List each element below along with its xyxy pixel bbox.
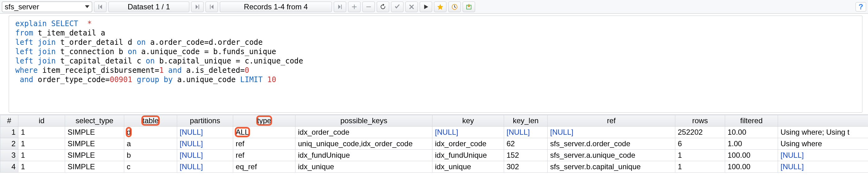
- cell-select_type[interactable]: SIMPLE: [65, 150, 124, 161]
- plus-icon: [351, 3, 358, 10]
- cell-ref[interactable]: sfs_server.d.order_code: [548, 138, 675, 150]
- cell-extra[interactable]: [NULL]: [778, 150, 868, 161]
- cell-possible_keys[interactable]: idx_unique: [296, 161, 432, 173]
- records-first-button[interactable]: [206, 2, 218, 12]
- dataset-first-button[interactable]: [94, 2, 106, 12]
- table-row[interactable]: 11SIMPLEd[NULL]ALLidx_order_code[NULL][N…: [0, 127, 868, 138]
- col-header-id[interactable]: id: [19, 115, 65, 127]
- col-header-rows[interactable]: rows: [675, 115, 725, 127]
- table-row[interactable]: 31SIMPLEb[NULL]refidx_fundUniqueidx_fund…: [0, 150, 868, 161]
- cell-ref[interactable]: [NULL]: [548, 127, 675, 138]
- cell-type[interactable]: ref: [233, 150, 296, 161]
- cell-possible_keys[interactable]: idx_fundUnique: [296, 150, 432, 161]
- col-header-table[interactable]: table: [124, 115, 177, 127]
- cell-partitions[interactable]: [NULL]: [177, 138, 233, 150]
- cell-rows[interactable]: 1: [675, 150, 725, 161]
- records-last-button[interactable]: [334, 2, 346, 12]
- add-row-button[interactable]: [348, 2, 361, 12]
- refresh-icon: [379, 3, 386, 10]
- cell-filtered[interactable]: 100.00: [725, 161, 778, 173]
- cell-possible_keys[interactable]: idx_order_code: [296, 127, 432, 138]
- dataset-status[interactable]: Dataset 1 / 1: [108, 2, 189, 12]
- table-header-row: #idselect_typetablepartitionstypepossibl…: [0, 115, 868, 127]
- cell-filtered[interactable]: 10.00: [725, 127, 778, 138]
- help-button[interactable]: ?: [856, 2, 866, 11]
- col-header-key[interactable]: key: [432, 115, 504, 127]
- check-icon: [394, 3, 401, 10]
- help-icon: ?: [859, 2, 863, 11]
- cell-type[interactable]: ref: [233, 138, 296, 150]
- remove-row-button[interactable]: [362, 2, 375, 12]
- cell-select_type[interactable]: SIMPLE: [65, 161, 124, 173]
- cell-extra[interactable]: Using where: [778, 138, 868, 150]
- col-header-key_len[interactable]: key_len: [504, 115, 548, 127]
- cell-extra[interactable]: [NULL]: [778, 161, 868, 173]
- cell-table[interactable]: c: [124, 161, 177, 173]
- cell-key_len[interactable]: 302: [504, 161, 548, 173]
- cell-rows[interactable]: 252202: [675, 127, 725, 138]
- col-header-extra[interactable]: [778, 115, 868, 127]
- cell-filtered[interactable]: 100.00: [725, 150, 778, 161]
- records-status[interactable]: Records 1-4 from 4: [220, 2, 332, 12]
- cell-filtered[interactable]: 1.00: [725, 138, 778, 150]
- cell-partitions[interactable]: [NULL]: [177, 127, 233, 138]
- cell-key_len[interactable]: 152: [504, 150, 548, 161]
- col-header-possible_keys[interactable]: possible_keys: [296, 115, 432, 127]
- table-row[interactable]: 41SIMPLEc[NULL]eq_refidx_uniqueidx_uniqu…: [0, 161, 868, 173]
- cell-possible_keys[interactable]: uniq_unique_code,idx_order_code: [296, 138, 432, 150]
- export-button[interactable]: [463, 2, 475, 12]
- cell-partitions[interactable]: [NULL]: [177, 161, 233, 173]
- row-number: 3: [0, 150, 19, 161]
- col-header-filtered[interactable]: filtered: [725, 115, 778, 127]
- result-grid-wrap: #idselect_typetablepartitionstypepossibl…: [0, 115, 868, 173]
- col-header-select_type[interactable]: select_type: [65, 115, 124, 127]
- cell-key_len[interactable]: [NULL]: [504, 127, 548, 138]
- cell-rows[interactable]: 6: [675, 138, 725, 150]
- cell-key[interactable]: idx_order_code: [432, 138, 504, 150]
- cell-table[interactable]: b: [124, 150, 177, 161]
- dataset-status-text: Dataset 1 / 1: [128, 2, 170, 11]
- cell-key[interactable]: [NULL]: [432, 127, 504, 138]
- cell-ref[interactable]: sfs_server.a.unique_code: [548, 150, 675, 161]
- cell-select_type[interactable]: SIMPLE: [65, 138, 124, 150]
- cell-key[interactable]: idx_fundUnique: [432, 150, 504, 161]
- col-header-type[interactable]: type: [233, 115, 296, 127]
- run-button[interactable]: [420, 2, 432, 12]
- col-header-ref[interactable]: ref: [548, 115, 675, 127]
- cell-id[interactable]: 1: [19, 138, 65, 150]
- favorite-button[interactable]: [434, 2, 446, 12]
- chevron-down-icon: [85, 5, 89, 8]
- cell-ref[interactable]: sfs_server.b.capital_unique: [548, 161, 675, 173]
- close-icon: [408, 3, 415, 10]
- row-number: 4: [0, 161, 19, 173]
- cell-type[interactable]: ALL: [233, 127, 296, 138]
- sql-editor[interactable]: explain SELECT * from t_item_detail a le…: [9, 15, 862, 112]
- cancel-button[interactable]: [405, 2, 418, 12]
- table-row[interactable]: 21SIMPLEa[NULL]refuniq_unique_code,idx_o…: [0, 138, 868, 150]
- cell-select_type[interactable]: SIMPLE: [65, 127, 124, 138]
- result-grid: #idselect_typetablepartitionstypepossibl…: [0, 115, 868, 173]
- apply-button[interactable]: [391, 2, 403, 12]
- refresh-button[interactable]: [377, 2, 389, 12]
- cell-id[interactable]: 1: [19, 127, 65, 138]
- play-icon: [423, 3, 429, 10]
- col-header-#[interactable]: #: [0, 115, 19, 127]
- col-header-partitions[interactable]: partitions: [177, 115, 233, 127]
- cell-key[interactable]: idx_unique: [432, 161, 504, 173]
- cell-id[interactable]: 1: [19, 150, 65, 161]
- cell-table[interactable]: a: [124, 138, 177, 150]
- cell-extra[interactable]: Using where; Using t: [778, 127, 868, 138]
- clock-icon: [451, 3, 458, 10]
- cell-table[interactable]: d: [124, 127, 177, 138]
- cell-partitions[interactable]: [NULL]: [177, 150, 233, 161]
- export-icon: [465, 3, 472, 10]
- history-button[interactable]: [448, 2, 461, 12]
- cell-type[interactable]: eq_ref: [233, 161, 296, 173]
- cell-rows[interactable]: 1: [675, 161, 725, 173]
- connection-combo[interactable]: sfs_server: [2, 2, 92, 12]
- cell-id[interactable]: 1: [19, 161, 65, 173]
- skip-forward-icon: [337, 3, 343, 10]
- cell-key_len[interactable]: 62: [504, 138, 548, 150]
- dataset-last-button[interactable]: [191, 2, 204, 12]
- minus-icon: [365, 3, 372, 10]
